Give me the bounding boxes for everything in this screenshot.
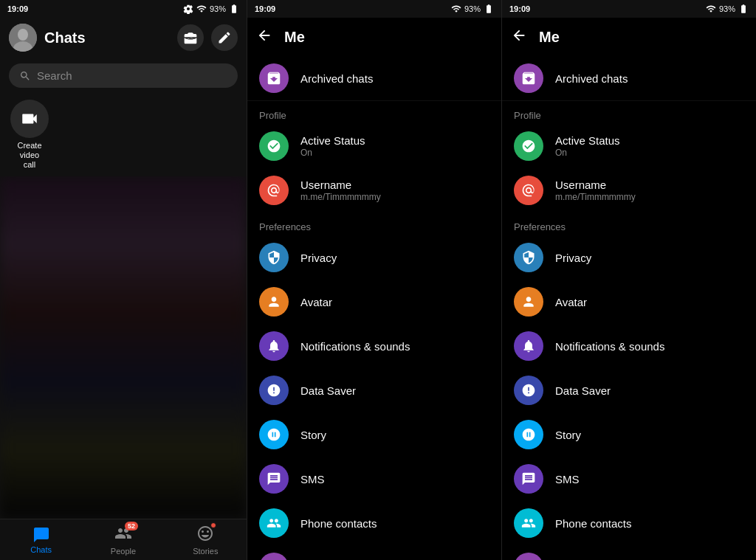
avatar-svg-mid	[267, 294, 281, 309]
active-status-item-right[interactable]: Active Status On	[502, 124, 756, 168]
stories-badge-container	[196, 525, 214, 545]
preferences-section-header-right: Preferences	[502, 212, 756, 235]
data-saver-svg-mid	[267, 383, 281, 398]
nav-people[interactable]: 52 People	[82, 519, 164, 560]
phone-contacts-item-mid[interactable]: Phone contacts	[247, 501, 501, 545]
sms-svg-mid	[267, 471, 281, 486]
bell-icon-mid	[267, 339, 281, 353]
camera-icon	[183, 30, 198, 45]
header-left-group: Chats	[9, 24, 86, 52]
compose-button[interactable]	[211, 24, 238, 51]
battery-right: 93%	[719, 4, 735, 13]
notifications-item-right[interactable]: Notifications & sounds	[502, 324, 756, 368]
sms-svg-right	[521, 471, 536, 486]
notifications-label-mid: Notifications & sounds	[300, 340, 489, 353]
nav-chats[interactable]: Chats	[0, 519, 82, 560]
data-saver-item-mid[interactable]: Data Saver	[247, 368, 501, 412]
battery-left: 93%	[210, 4, 226, 13]
status-bar-left: 19:09 93%	[0, 0, 247, 18]
active-status-sub-mid: On	[300, 148, 489, 158]
data-saver-item-right[interactable]: Data Saver	[502, 368, 756, 412]
search-placeholder: Search	[37, 69, 72, 82]
data-saver-icon-mid	[259, 376, 289, 405]
archived-chats-item-right[interactable]: Archived chats	[502, 56, 756, 101]
battery-icon-right	[738, 4, 749, 14]
time-left: 19:09	[7, 4, 28, 13]
video-camera-icon	[20, 109, 39, 128]
active-status-icon-mid	[259, 131, 289, 161]
story-svg-mid	[267, 427, 281, 442]
wifi-icon-left	[196, 4, 207, 14]
sms-text-mid: SMS	[300, 473, 489, 485]
privacy-item-mid[interactable]: Privacy	[247, 235, 501, 280]
photos-media-item-right[interactable]: Photos & media	[502, 545, 756, 560]
data-saver-svg-right	[521, 383, 536, 398]
archived-chats-label-right: Archived chats	[555, 72, 628, 85]
archived-chats-item-mid[interactable]: Archived chats	[247, 56, 501, 101]
notifications-text-right: Notifications & sounds	[555, 340, 744, 353]
archive-icon-right	[520, 70, 537, 86]
privacy-text-right: Privacy	[555, 252, 744, 264]
privacy-text-mid: Privacy	[300, 252, 489, 264]
active-status-text-right: Active Status On	[555, 134, 744, 158]
camera-button[interactable]	[177, 24, 204, 51]
phone-contacts-label-mid: Phone contacts	[300, 517, 489, 530]
avatar-item-mid[interactable]: Avatar	[247, 280, 501, 324]
create-video-label: Create videocall	[12, 141, 47, 170]
sms-label-right: SMS	[555, 473, 744, 485]
story-text-right: Story	[555, 429, 744, 441]
phone-contacts-icon-right	[514, 508, 543, 538]
archived-icon-mid	[259, 63, 289, 93]
avatar-icon-right	[514, 287, 543, 317]
username-label-mid: Username	[300, 179, 489, 191]
status-icons-right: 93%	[706, 4, 749, 14]
status-icons-mid: 93%	[451, 4, 494, 14]
privacy-label-mid: Privacy	[300, 252, 489, 264]
active-status-svg-right	[521, 139, 536, 153]
search-bar[interactable]: Search	[9, 63, 238, 88]
avatar-item-right[interactable]: Avatar	[502, 280, 756, 324]
sms-item-mid[interactable]: SMS	[247, 457, 501, 501]
sms-item-right[interactable]: SMS	[502, 457, 756, 501]
camera-status-icon	[183, 4, 193, 14]
username-text-mid: Username m.me/Timmmmmmy	[300, 179, 489, 202]
status-bar-right: 19:09 93%	[502, 0, 756, 18]
username-item-right[interactable]: Username m.me/Timmmmmmy	[502, 168, 756, 212]
username-icon-right	[514, 176, 543, 205]
time-right: 19:09	[509, 4, 530, 13]
story-item-mid[interactable]: Story	[247, 412, 501, 457]
bell-icon-right	[521, 339, 536, 353]
svg-point-1	[18, 29, 28, 41]
notifications-icon-right	[514, 331, 543, 361]
phone-contacts-item-right[interactable]: Phone contacts	[502, 501, 756, 545]
chats-nav-label: Chats	[30, 545, 52, 554]
phone-contacts-text-right: Phone contacts	[555, 517, 744, 530]
battery-mid: 93%	[464, 4, 481, 13]
username-item-mid[interactable]: Username m.me/Timmmmmmy	[247, 168, 501, 212]
active-status-item-mid[interactable]: Active Status On	[247, 124, 501, 168]
profile-section-header-right: Profile	[502, 101, 756, 124]
avatar-icon-mid	[259, 287, 289, 317]
left-header: Chats	[0, 18, 247, 58]
username-sub-mid: m.me/Timmmmmmy	[300, 192, 489, 202]
nav-stories[interactable]: Stories	[165, 519, 247, 560]
phone-contacts-icon-mid	[259, 508, 289, 538]
story-label-mid: Story	[300, 429, 489, 441]
photos-media-item-mid[interactable]: Photos & media	[247, 545, 501, 560]
shield-icon-right	[521, 250, 536, 265]
create-video-call-button[interactable]: Create videocall	[0, 94, 59, 176]
user-avatar[interactable]	[9, 24, 37, 52]
photos-media-icon-mid	[259, 553, 289, 560]
privacy-item-right[interactable]: Privacy	[502, 235, 756, 280]
data-saver-icon-right	[514, 376, 543, 405]
notifications-item-mid[interactable]: Notifications & sounds	[247, 324, 501, 368]
story-svg-right	[521, 427, 536, 442]
back-button-right[interactable]	[511, 27, 527, 46]
story-item-right[interactable]: Story	[502, 412, 756, 457]
back-button-mid[interactable]	[256, 27, 272, 46]
sms-icon-right	[514, 464, 543, 494]
preferences-section-header-mid: Preferences	[247, 212, 501, 235]
active-status-svg-mid	[267, 139, 281, 153]
archived-chats-label-mid: Archived chats	[300, 72, 373, 85]
header-action-icons	[177, 24, 238, 51]
